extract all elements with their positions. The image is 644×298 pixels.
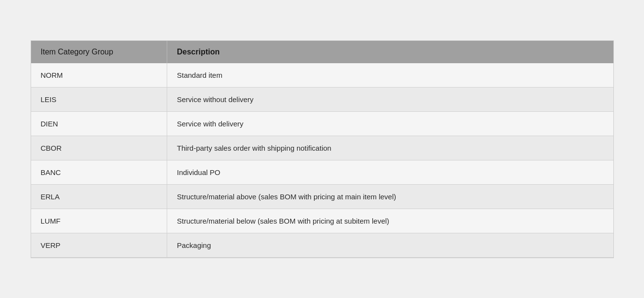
cell-description: Service with delivery	[167, 111, 613, 136]
table-row: NORMStandard item	[31, 63, 613, 88]
table-row: CBORThird-party sales order with shippin…	[31, 136, 613, 160]
cell-description: Structure/material below (sales BOM with…	[167, 209, 613, 233]
cell-category: BANC	[31, 160, 167, 184]
table-header-row: Item Category Group Description	[31, 41, 613, 63]
cell-description: Third-party sales order with shipping no…	[167, 136, 613, 160]
item-category-table: Item Category Group Description NORMStan…	[31, 40, 614, 258]
table-row: DIENService with delivery	[31, 111, 613, 136]
table-row: VERPPackaging	[31, 233, 613, 257]
cell-category: LUMF	[31, 209, 167, 233]
cell-category: DIEN	[31, 111, 167, 136]
cell-category: LEIS	[31, 87, 167, 111]
table-row: ERLAStructure/material above (sales BOM …	[31, 184, 613, 209]
cell-category: ERLA	[31, 184, 167, 209]
header-category: Item Category Group	[31, 41, 167, 63]
table-row: BANCIndividual PO	[31, 160, 613, 184]
cell-category: VERP	[31, 233, 167, 257]
table-row: LUMFStructure/material below (sales BOM …	[31, 209, 613, 233]
cell-description: Standard item	[167, 63, 613, 88]
cell-description: Packaging	[167, 233, 613, 257]
cell-category: CBOR	[31, 136, 167, 160]
header-description: Description	[167, 41, 613, 63]
table-row: LEISService without delivery	[31, 87, 613, 111]
cell-description: Structure/material above (sales BOM with…	[167, 184, 613, 209]
cell-description: Individual PO	[167, 160, 613, 184]
cell-description: Service without delivery	[167, 87, 613, 111]
cell-category: NORM	[31, 63, 167, 88]
